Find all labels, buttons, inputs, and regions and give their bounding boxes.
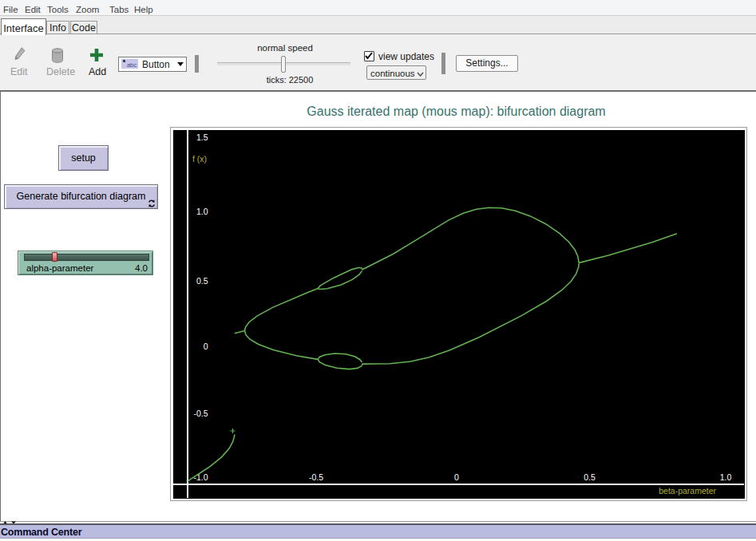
svg-text:0: 0 xyxy=(204,342,208,351)
svg-text:beta-parameter: beta-parameter xyxy=(659,486,716,496)
svg-text:-1.0: -1.0 xyxy=(193,472,208,482)
svg-text:0.5: 0.5 xyxy=(584,472,596,482)
svg-text:0: 0 xyxy=(454,472,459,482)
svg-text:0.5: 0.5 xyxy=(196,276,208,286)
svg-text:1.0: 1.0 xyxy=(196,207,208,216)
svg-text:1.5: 1.5 xyxy=(196,132,208,142)
svg-text:-0.5: -0.5 xyxy=(309,472,323,482)
svg-text:-0.5: -0.5 xyxy=(193,409,208,418)
svg-text:1.0: 1.0 xyxy=(720,472,732,482)
svg-text:f (x): f (x) xyxy=(192,154,207,164)
